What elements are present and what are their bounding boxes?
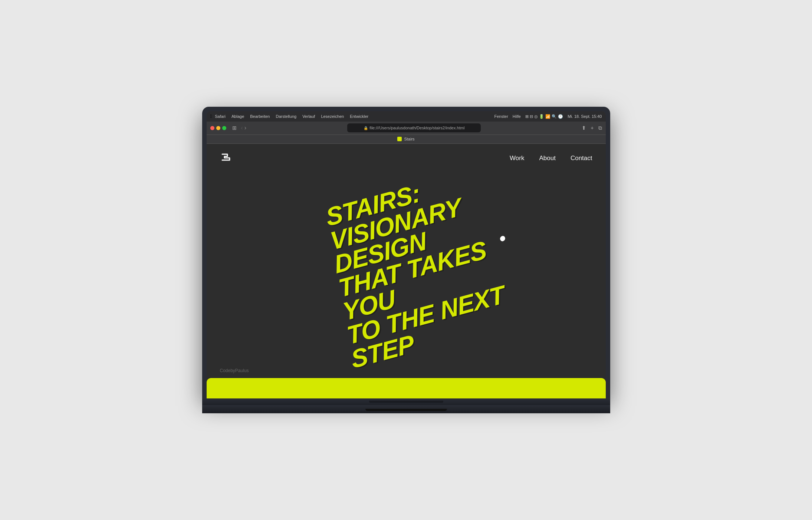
hero-text: STAIRS: VISIONARY DESIGN THAT TAKES YOU … bbox=[324, 164, 510, 371]
menu-fenster[interactable]: Fenster bbox=[494, 114, 508, 119]
menu-bearbeiten[interactable]: Bearbeiten bbox=[250, 114, 270, 119]
toolbar-right: ⬆ + ⧉ bbox=[582, 125, 602, 131]
menu-verlauf[interactable]: Verlauf bbox=[302, 114, 315, 119]
laptop-stand bbox=[202, 405, 610, 413]
laptop-frame:  Safari Ablage Bearbeiten Darstellung V… bbox=[202, 107, 610, 413]
nav-work[interactable]: Work bbox=[510, 155, 524, 162]
url-text: file:///Users/paulusdonath/Desktop/stair… bbox=[369, 126, 464, 130]
menu-ablage[interactable]: Ablage bbox=[231, 114, 244, 119]
tab-title[interactable]: Stairs bbox=[404, 137, 414, 141]
address-bar[interactable]: 🔒 file:///Users/paulusdonath/Desktop/sta… bbox=[347, 123, 481, 132]
laptop-body:  Safari Ablage Bearbeiten Darstellung V… bbox=[202, 107, 610, 398]
nav-about[interactable]: About bbox=[539, 155, 555, 162]
hero-section: STAIRS: VISIONARY DESIGN THAT TAKES YOU … bbox=[207, 173, 606, 362]
menu-lesezeichen[interactable]: Lesezeichen bbox=[321, 114, 344, 119]
laptop-hinge bbox=[369, 401, 443, 403]
datetime: Mi. 18. Sept. 15:40 bbox=[568, 114, 602, 119]
yellow-accent-bar bbox=[207, 378, 606, 398]
footer-credit: CodebyPaulus bbox=[220, 368, 249, 373]
close-button[interactable] bbox=[210, 126, 214, 130]
nav-arrows: ‹ › bbox=[241, 125, 247, 131]
mac-menu-right: Fenster Hilfe ⊞ ⊟ ◎ 🔋 📶 🔍 🕐 Mi. 18. Sept… bbox=[494, 114, 602, 119]
browser-chrome:  Safari Ablage Bearbeiten Darstellung V… bbox=[207, 111, 606, 398]
logo-svg bbox=[220, 151, 232, 163]
apple-logo-icon:  bbox=[210, 113, 212, 119]
site-nav: Work About Contact bbox=[510, 155, 592, 162]
address-bar-container: 🔒 file:///Users/paulusdonath/Desktop/sta… bbox=[249, 123, 579, 132]
minimize-button[interactable] bbox=[216, 126, 220, 130]
new-tab-icon[interactable]: + bbox=[591, 125, 594, 131]
menu-entwickler[interactable]: Entwickler bbox=[350, 114, 368, 119]
system-icons: ⊞ ⊟ ◎ 🔋 📶 🔍 🕐 bbox=[525, 114, 563, 119]
stand-notch bbox=[365, 409, 447, 411]
site-logo[interactable] bbox=[220, 151, 232, 165]
traffic-lights bbox=[210, 126, 226, 130]
laptop-bottom bbox=[202, 398, 610, 405]
forward-button[interactable]: › bbox=[244, 125, 246, 131]
back-button[interactable]: ‹ bbox=[241, 125, 243, 131]
fullscreen-button[interactable] bbox=[222, 126, 226, 130]
menu-hilfe[interactable]: Hilfe bbox=[513, 114, 521, 119]
mac-menu-bar: Safari Ablage Bearbeiten Darstellung Ver… bbox=[215, 114, 368, 119]
hero-dot bbox=[500, 235, 506, 242]
menu-darstellung[interactable]: Darstellung bbox=[276, 114, 296, 119]
site-header: Work About Contact bbox=[207, 144, 606, 173]
share-icon[interactable]: ⬆ bbox=[582, 125, 586, 131]
tab-overview-icon[interactable]: ⧉ bbox=[598, 125, 602, 131]
sidebar-toggle-icon[interactable]: ⊞ bbox=[232, 125, 237, 131]
website-content: Work About Contact STAIRS: VISIONARY DES… bbox=[207, 144, 606, 398]
tab-bar: Stairs bbox=[207, 135, 606, 144]
tab-favicon bbox=[397, 137, 402, 141]
nav-contact[interactable]: Contact bbox=[571, 155, 592, 162]
mac-titlebar:  Safari Ablage Bearbeiten Darstellung V… bbox=[207, 111, 606, 122]
menu-safari[interactable]: Safari bbox=[215, 114, 226, 119]
site-footer: CodebyPaulus bbox=[207, 362, 606, 378]
lock-icon: 🔒 bbox=[364, 126, 368, 130]
browser-toolbar: ⊞ ‹ › 🔒 file:///Users/paulusdonath/Deskt… bbox=[207, 122, 606, 135]
